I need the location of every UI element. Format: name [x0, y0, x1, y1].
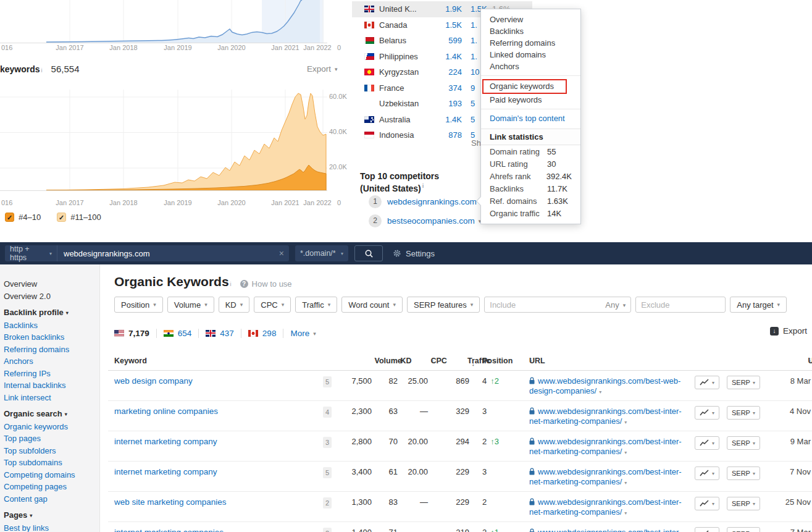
- any-target-select[interactable]: Any target: [730, 297, 787, 313]
- clear-icon[interactable]: [279, 248, 284, 258]
- country-value-link[interactable]: 878: [432, 130, 462, 140]
- position-history-button[interactable]: [695, 497, 719, 510]
- chevron-down-icon[interactable]: [622, 447, 627, 456]
- position-history-button[interactable]: [695, 406, 719, 420]
- sidebar-item-broken-backlinks[interactable]: Broken backlinks: [4, 331, 99, 344]
- filter-word-count[interactable]: Word count: [341, 297, 403, 313]
- url-link[interactable]: www.webdesignrankings.com/best-inter-net…: [529, 467, 682, 486]
- position-history-button[interactable]: [695, 527, 719, 532]
- chevron-down-icon[interactable]: [596, 386, 601, 395]
- include-input[interactable]: [485, 300, 605, 310]
- filter-traffic[interactable]: Traffic: [295, 297, 337, 313]
- include-any-select[interactable]: Any: [605, 300, 630, 310]
- col-keyword[interactable]: Keyword: [114, 351, 147, 371]
- competitor-domain-link[interactable]: bestseocompanies.com: [387, 216, 481, 226]
- menu-item-paid-keywords[interactable]: Paid keywords: [481, 94, 580, 106]
- url-link[interactable]: www.webdesignrankings.com/best-inter-net…: [529, 437, 682, 456]
- serp-features-badge[interactable]: 5: [323, 467, 332, 478]
- url-link[interactable]: www.webdesignrankings.com/best-inter-net…: [529, 528, 682, 532]
- filter-position[interactable]: Position: [114, 297, 163, 313]
- filter-kd[interactable]: KD: [219, 297, 250, 313]
- country-value-link[interactable]: 5: [471, 115, 475, 124]
- keyword-link[interactable]: internet marketing company: [114, 467, 217, 476]
- keyword-link[interactable]: marketing online companies: [114, 407, 218, 416]
- sidebar-item-overview-2[interactable]: Overview 2.0: [4, 290, 99, 303]
- position-history-button[interactable]: [695, 376, 719, 389]
- sidebar-item-internal-backlinks[interactable]: Internal backlinks: [4, 379, 99, 392]
- sidebar-item-competing-domains[interactable]: Competing domains: [4, 469, 99, 481]
- country-tab-india[interactable]: 654: [164, 329, 192, 338]
- country-value-link[interactable]: 1.5K: [432, 20, 462, 30]
- keyword-link[interactable]: internet marketing companies: [114, 528, 224, 532]
- menu-item-domains-top-content[interactable]: Domain's top content: [481, 112, 580, 124]
- menu-item-referring-domains[interactable]: Referring domains: [481, 37, 580, 49]
- keyword-link[interactable]: web site marketing companies: [114, 497, 227, 507]
- serp-features-badge[interactable]: 5: [323, 376, 332, 387]
- checkbox-checked-icon[interactable]: [5, 213, 14, 222]
- col-updated[interactable]: Upd.: [750, 351, 811, 373]
- country-value-link[interactable]: 1.4K: [432, 52, 462, 61]
- export-button[interactable]: Export: [770, 326, 807, 336]
- chevron-down-icon[interactable]: [622, 507, 627, 517]
- sidebar-header-pages[interactable]: Pages: [4, 509, 99, 522]
- country-value-link[interactable]: 1.: [471, 20, 477, 30]
- url-link[interactable]: www.webdesignrankings.com/best-web-desig…: [529, 376, 680, 395]
- chevron-down-icon[interactable]: [622, 416, 627, 426]
- country-value-link[interactable]: 5: [471, 99, 475, 108]
- serp-features-badge[interactable]: 2: [323, 528, 332, 532]
- domain-input[interactable]: [57, 249, 261, 258]
- filter-cpc[interactable]: CPC: [254, 297, 291, 313]
- country-value-link[interactable]: 9: [471, 83, 475, 93]
- country-value-link[interactable]: 374: [432, 83, 462, 93]
- sidebar-item-link-intersect[interactable]: Link intersect: [4, 392, 99, 404]
- sidebar-item-competing-pages[interactable]: Competing pages: [4, 481, 99, 493]
- menu-item-backlinks[interactable]: Backlinks: [481, 25, 580, 37]
- col-cpc[interactable]: CPC: [398, 351, 433, 373]
- sidebar-item-top-subdomains[interactable]: Top subdomains: [4, 457, 99, 469]
- keyword-link[interactable]: internet marketing company: [114, 437, 217, 446]
- sidebar-item-overview[interactable]: Overview: [4, 278, 99, 290]
- country-tab-us[interactable]: 7,179: [114, 329, 149, 338]
- country-tab-canada[interactable]: 298: [248, 329, 277, 338]
- position-history-button[interactable]: [695, 436, 719, 450]
- filter-volume[interactable]: Volume: [167, 297, 214, 313]
- search-button[interactable]: [354, 245, 383, 261]
- keyword-link[interactable]: web design company: [114, 376, 193, 386]
- url-link[interactable]: www.webdesignrankings.com/best-inter-net…: [529, 497, 682, 517]
- menu-item-anchors[interactable]: Anchors: [481, 61, 580, 72]
- position-history-button[interactable]: [695, 467, 719, 480]
- country-value-link[interactable]: 224: [432, 67, 462, 77]
- country-value-link[interactable]: 1.: [471, 52, 477, 61]
- legend-item-11-100[interactable]: #11–100: [57, 213, 101, 222]
- sidebar-item-backlinks[interactable]: Backlinks: [4, 319, 99, 332]
- serp-features-badge[interactable]: 4: [323, 407, 332, 418]
- country-value-link[interactable]: 1.9K: [432, 4, 462, 14]
- search-mode-select[interactable]: *.domain/*: [295, 245, 348, 261]
- sidebar-header-organic-search[interactable]: Organic search: [4, 408, 99, 421]
- sidebar-item-organic-keywords[interactable]: Organic keywords: [4, 421, 99, 433]
- filter-serp-features[interactable]: SERP features: [407, 297, 480, 313]
- country-value-link[interactable]: 193: [432, 99, 462, 108]
- legend-item-4-10[interactable]: #4–10: [5, 213, 41, 222]
- country-value-link[interactable]: 1.: [471, 36, 477, 45]
- sidebar-item-best-by-links[interactable]: Best by links: [4, 522, 99, 532]
- chevron-down-icon[interactable]: [622, 477, 627, 486]
- sidebar-item-referring-domains[interactable]: Referring domains: [4, 344, 99, 356]
- checkbox-checked-icon[interactable]: [57, 213, 66, 222]
- col-traffic-sorted-desc[interactable]: Traffic: [432, 351, 475, 373]
- competitor-domain-link[interactable]: webdesignrankings.com: [387, 197, 483, 206]
- settings-button[interactable]: Settings: [393, 249, 435, 258]
- sidebar-header-backlink-profile[interactable]: Backlink profile: [4, 306, 99, 319]
- sidebar-item-anchors[interactable]: Anchors: [4, 355, 99, 368]
- country-value-link[interactable]: 599: [432, 36, 462, 45]
- menu-item-organic-keywords-highlighted[interactable]: Organic keywords: [482, 79, 567, 94]
- col-position[interactable]: Position: [482, 351, 485, 373]
- sidebar-item-top-pages[interactable]: Top pages: [4, 433, 99, 445]
- overview-export-button[interactable]: Export: [307, 64, 338, 74]
- more-countries-button[interactable]: More: [290, 329, 316, 338]
- serp-features-badge[interactable]: 3: [323, 437, 332, 448]
- sidebar-item-top-subfolders[interactable]: Top subfolders: [4, 445, 99, 457]
- serp-features-badge[interactable]: 2: [323, 497, 332, 509]
- col-url[interactable]: URL: [529, 351, 532, 373]
- how-to-use-link[interactable]: How to use: [240, 279, 292, 289]
